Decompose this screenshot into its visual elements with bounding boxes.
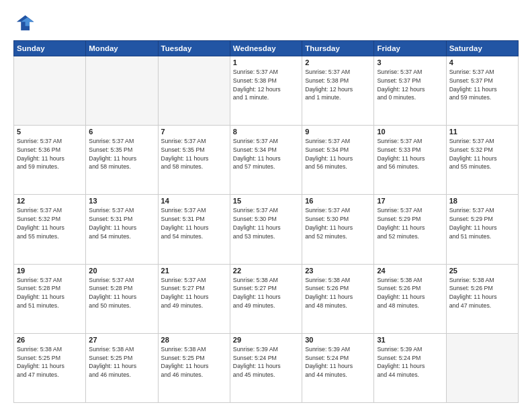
day-cell: 9Sunrise: 5:37 AM Sunset: 5:34 PM Daylig… — [302, 126, 374, 195]
day-number: 23 — [305, 267, 371, 275]
day-info: Sunrise: 5:38 AM Sunset: 5:26 PM Dayligh… — [305, 276, 371, 310]
day-number: 7 — [161, 128, 227, 136]
day-info: Sunrise: 5:37 AM Sunset: 5:29 PM Dayligh… — [449, 206, 515, 240]
day-number: 22 — [233, 267, 299, 275]
day-cell — [446, 333, 518, 402]
day-cell: 3Sunrise: 5:37 AM Sunset: 5:37 PM Daylig… — [374, 56, 446, 126]
day-cell: 20Sunrise: 5:37 AM Sunset: 5:28 PM Dayli… — [86, 264, 158, 333]
weekday-header-thursday: Thursday — [302, 41, 374, 56]
day-cell: 26Sunrise: 5:38 AM Sunset: 5:25 PM Dayli… — [14, 333, 86, 402]
week-row-2: 5Sunrise: 5:37 AM Sunset: 5:36 PM Daylig… — [14, 126, 519, 195]
weekday-header-saturday: Saturday — [446, 41, 518, 56]
week-row-5: 26Sunrise: 5:38 AM Sunset: 5:25 PM Dayli… — [14, 333, 519, 402]
day-info: Sunrise: 5:39 AM Sunset: 5:24 PM Dayligh… — [305, 345, 371, 379]
day-cell: 17Sunrise: 5:37 AM Sunset: 5:29 PM Dayli… — [374, 195, 446, 264]
day-cell: 10Sunrise: 5:37 AM Sunset: 5:33 PM Dayli… — [374, 126, 446, 195]
day-info: Sunrise: 5:37 AM Sunset: 5:34 PM Dayligh… — [305, 137, 371, 171]
day-info: Sunrise: 5:37 AM Sunset: 5:35 PM Dayligh… — [161, 137, 227, 171]
day-info: Sunrise: 5:38 AM Sunset: 5:26 PM Dayligh… — [377, 276, 443, 310]
day-info: Sunrise: 5:37 AM Sunset: 5:29 PM Dayligh… — [377, 206, 443, 240]
day-number: 2 — [305, 58, 371, 66]
day-number: 4 — [449, 58, 515, 66]
day-cell: 19Sunrise: 5:37 AM Sunset: 5:28 PM Dayli… — [14, 264, 86, 333]
day-cell: 18Sunrise: 5:37 AM Sunset: 5:29 PM Dayli… — [446, 195, 518, 264]
day-cell: 13Sunrise: 5:37 AM Sunset: 5:31 PM Dayli… — [86, 195, 158, 264]
day-number: 20 — [89, 267, 154, 275]
day-number: 21 — [161, 267, 227, 275]
day-number: 31 — [377, 336, 443, 344]
day-info: Sunrise: 5:37 AM Sunset: 5:28 PM Dayligh… — [17, 276, 83, 310]
day-number: 27 — [89, 336, 154, 344]
day-number: 28 — [161, 336, 227, 344]
page: SundayMondayTuesdayWednesdayThursdayFrid… — [0, 0, 532, 411]
svg-marker-1 — [17, 15, 34, 30]
day-cell: 27Sunrise: 5:38 AM Sunset: 5:25 PM Dayli… — [86, 333, 158, 402]
day-info: Sunrise: 5:38 AM Sunset: 5:27 PM Dayligh… — [233, 276, 299, 310]
day-cell: 4Sunrise: 5:37 AM Sunset: 5:37 PM Daylig… — [446, 56, 518, 126]
day-cell: 30Sunrise: 5:39 AM Sunset: 5:24 PM Dayli… — [302, 333, 374, 402]
day-cell: 23Sunrise: 5:38 AM Sunset: 5:26 PM Dayli… — [302, 264, 374, 333]
day-info: Sunrise: 5:37 AM Sunset: 5:31 PM Dayligh… — [89, 206, 154, 240]
day-info: Sunrise: 5:38 AM Sunset: 5:25 PM Dayligh… — [89, 345, 154, 379]
day-cell: 25Sunrise: 5:38 AM Sunset: 5:26 PM Dayli… — [446, 264, 518, 333]
day-info: Sunrise: 5:37 AM Sunset: 5:36 PM Dayligh… — [17, 137, 83, 171]
day-cell — [14, 56, 86, 126]
weekday-header-friday: Friday — [374, 41, 446, 56]
day-info: Sunrise: 5:37 AM Sunset: 5:30 PM Dayligh… — [233, 206, 299, 240]
day-info: Sunrise: 5:37 AM Sunset: 5:28 PM Dayligh… — [89, 276, 154, 310]
day-info: Sunrise: 5:38 AM Sunset: 5:25 PM Dayligh… — [17, 345, 83, 379]
day-number: 24 — [377, 267, 443, 275]
weekday-header-tuesday: Tuesday — [158, 41, 230, 56]
day-info: Sunrise: 5:37 AM Sunset: 5:37 PM Dayligh… — [449, 68, 515, 102]
day-cell: 15Sunrise: 5:37 AM Sunset: 5:30 PM Dayli… — [230, 195, 302, 264]
day-number: 10 — [377, 128, 443, 136]
header — [13, 12, 519, 34]
day-cell — [158, 56, 230, 126]
logo — [13, 12, 38, 34]
day-info: Sunrise: 5:37 AM Sunset: 5:34 PM Dayligh… — [233, 137, 299, 171]
day-cell: 16Sunrise: 5:37 AM Sunset: 5:30 PM Dayli… — [302, 195, 374, 264]
day-number: 15 — [233, 197, 299, 205]
day-number: 11 — [449, 128, 515, 136]
day-number: 5 — [17, 128, 83, 136]
day-info: Sunrise: 5:39 AM Sunset: 5:24 PM Dayligh… — [233, 345, 299, 379]
week-row-3: 12Sunrise: 5:37 AM Sunset: 5:32 PM Dayli… — [14, 195, 519, 264]
day-info: Sunrise: 5:37 AM Sunset: 5:33 PM Dayligh… — [377, 137, 443, 171]
day-info: Sunrise: 5:37 AM Sunset: 5:38 PM Dayligh… — [305, 68, 371, 102]
day-cell: 8Sunrise: 5:37 AM Sunset: 5:34 PM Daylig… — [230, 126, 302, 195]
day-cell: 29Sunrise: 5:39 AM Sunset: 5:24 PM Dayli… — [230, 333, 302, 402]
day-number: 9 — [305, 128, 371, 136]
day-info: Sunrise: 5:39 AM Sunset: 5:24 PM Dayligh… — [377, 345, 443, 379]
day-cell: 14Sunrise: 5:37 AM Sunset: 5:31 PM Dayli… — [158, 195, 230, 264]
day-number: 30 — [305, 336, 371, 344]
day-number: 18 — [449, 197, 515, 205]
day-number: 26 — [17, 336, 83, 344]
day-info: Sunrise: 5:38 AM Sunset: 5:25 PM Dayligh… — [161, 345, 227, 379]
logo-icon — [13, 12, 35, 34]
day-cell: 6Sunrise: 5:37 AM Sunset: 5:35 PM Daylig… — [86, 126, 158, 195]
day-number: 16 — [305, 197, 371, 205]
day-number: 29 — [233, 336, 299, 344]
day-cell: 22Sunrise: 5:38 AM Sunset: 5:27 PM Dayli… — [230, 264, 302, 333]
calendar: SundayMondayTuesdayWednesdayThursdayFrid… — [13, 40, 519, 403]
day-number: 25 — [449, 267, 515, 275]
day-info: Sunrise: 5:37 AM Sunset: 5:37 PM Dayligh… — [377, 68, 443, 102]
day-number: 6 — [89, 128, 154, 136]
day-info: Sunrise: 5:37 AM Sunset: 5:35 PM Dayligh… — [89, 137, 154, 171]
day-cell: 1Sunrise: 5:37 AM Sunset: 5:38 PM Daylig… — [230, 56, 302, 126]
day-number: 14 — [161, 197, 227, 205]
day-info: Sunrise: 5:37 AM Sunset: 5:32 PM Dayligh… — [449, 137, 515, 171]
day-info: Sunrise: 5:37 AM Sunset: 5:27 PM Dayligh… — [161, 276, 227, 310]
day-info: Sunrise: 5:37 AM Sunset: 5:30 PM Dayligh… — [305, 206, 371, 240]
weekday-header-row: SundayMondayTuesdayWednesdayThursdayFrid… — [14, 41, 519, 56]
day-cell: 24Sunrise: 5:38 AM Sunset: 5:26 PM Dayli… — [374, 264, 446, 333]
day-cell: 21Sunrise: 5:37 AM Sunset: 5:27 PM Dayli… — [158, 264, 230, 333]
day-cell: 2Sunrise: 5:37 AM Sunset: 5:38 PM Daylig… — [302, 56, 374, 126]
day-number: 12 — [17, 197, 83, 205]
day-cell: 12Sunrise: 5:37 AM Sunset: 5:32 PM Dayli… — [14, 195, 86, 264]
day-info: Sunrise: 5:38 AM Sunset: 5:26 PM Dayligh… — [449, 276, 515, 310]
day-number: 17 — [377, 197, 443, 205]
day-number: 13 — [89, 197, 154, 205]
day-cell: 5Sunrise: 5:37 AM Sunset: 5:36 PM Daylig… — [14, 126, 86, 195]
day-number: 8 — [233, 128, 299, 136]
